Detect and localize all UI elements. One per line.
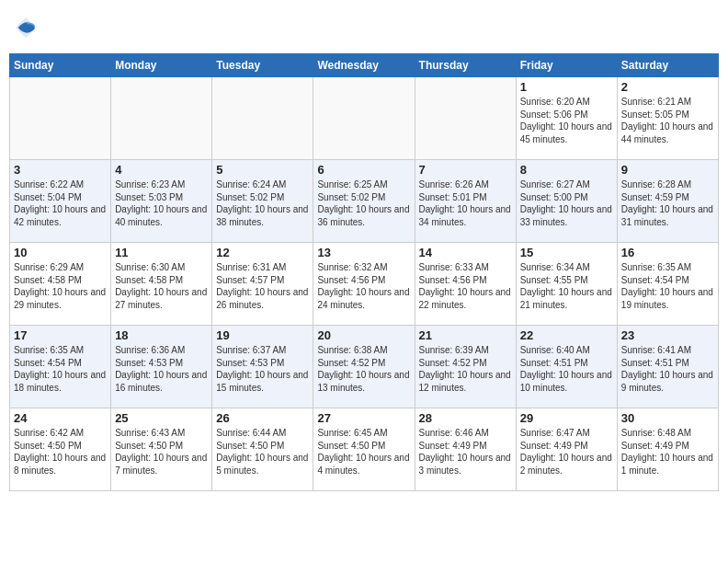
calendar-cell	[10, 77, 111, 160]
day-info: Sunrise: 6:39 AM Sunset: 4:52 PM Dayligh…	[419, 344, 512, 394]
calendar-cell: 14Sunrise: 6:33 AM Sunset: 4:56 PM Dayli…	[415, 243, 516, 326]
day-number: 23	[621, 328, 714, 342]
calendar-cell: 21Sunrise: 6:39 AM Sunset: 4:52 PM Dayli…	[415, 326, 516, 408]
calendar-cell: 26Sunrise: 6:44 AM Sunset: 4:50 PM Dayli…	[212, 408, 313, 491]
day-info: Sunrise: 6:46 AM Sunset: 4:49 PM Dayligh…	[419, 427, 512, 477]
calendar-cell: 27Sunrise: 6:45 AM Sunset: 4:50 PM Dayli…	[313, 408, 415, 491]
day-number: 6	[317, 163, 410, 177]
day-info: Sunrise: 6:24 AM Sunset: 5:02 PM Dayligh…	[216, 178, 309, 228]
calendar-row-2: 3Sunrise: 6:22 AM Sunset: 5:04 PM Daylig…	[10, 160, 719, 243]
weekday-header-sunday: Sunday	[10, 54, 111, 77]
calendar-cell: 30Sunrise: 6:48 AM Sunset: 4:49 PM Dayli…	[617, 408, 718, 491]
day-info: Sunrise: 6:45 AM Sunset: 4:50 PM Dayligh…	[317, 427, 410, 477]
calendar-row-5: 24Sunrise: 6:42 AM Sunset: 4:50 PM Dayli…	[10, 408, 719, 491]
calendar-cell: 18Sunrise: 6:36 AM Sunset: 4:53 PM Dayli…	[111, 326, 212, 408]
day-number: 12	[216, 246, 309, 259]
calendar-cell	[212, 77, 313, 160]
calendar-cell: 5Sunrise: 6:24 AM Sunset: 5:02 PM Daylig…	[212, 160, 313, 243]
day-info: Sunrise: 6:28 AM Sunset: 4:59 PM Dayligh…	[621, 178, 714, 228]
calendar-cell: 12Sunrise: 6:31 AM Sunset: 4:57 PM Dayli…	[212, 243, 313, 326]
day-number: 2	[621, 80, 714, 94]
day-info: Sunrise: 6:23 AM Sunset: 5:03 PM Dayligh…	[115, 178, 208, 228]
logo-icon	[13, 15, 39, 40]
day-number: 25	[115, 411, 208, 425]
day-info: Sunrise: 6:35 AM Sunset: 4:54 PM Dayligh…	[14, 344, 107, 394]
day-info: Sunrise: 6:37 AM Sunset: 4:53 PM Dayligh…	[216, 344, 309, 394]
day-number: 15	[520, 246, 613, 259]
calendar-cell: 15Sunrise: 6:34 AM Sunset: 4:55 PM Dayli…	[516, 243, 617, 326]
day-number: 22	[520, 328, 613, 342]
day-number: 1	[520, 80, 613, 94]
calendar-cell	[313, 77, 415, 160]
day-number: 24	[14, 411, 107, 425]
day-info: Sunrise: 6:22 AM Sunset: 5:04 PM Dayligh…	[14, 178, 107, 228]
weekday-header-wednesday: Wednesday	[313, 54, 415, 77]
calendar-cell: 6Sunrise: 6:25 AM Sunset: 5:02 PM Daylig…	[313, 160, 415, 243]
calendar-cell: 28Sunrise: 6:46 AM Sunset: 4:49 PM Dayli…	[415, 408, 516, 491]
calendar-cell: 16Sunrise: 6:35 AM Sunset: 4:54 PM Dayli…	[617, 243, 718, 326]
calendar-cell: 19Sunrise: 6:37 AM Sunset: 4:53 PM Dayli…	[212, 326, 313, 408]
weekday-header-friday: Friday	[516, 54, 617, 77]
day-info: Sunrise: 6:40 AM Sunset: 4:51 PM Dayligh…	[520, 344, 613, 394]
day-number: 29	[520, 411, 613, 425]
day-info: Sunrise: 6:38 AM Sunset: 4:52 PM Dayligh…	[317, 344, 410, 394]
calendar-cell: 3Sunrise: 6:22 AM Sunset: 5:04 PM Daylig…	[10, 160, 111, 243]
weekday-header-row: SundayMondayTuesdayWednesdayThursdayFrid…	[10, 54, 719, 77]
day-info: Sunrise: 6:25 AM Sunset: 5:02 PM Dayligh…	[317, 178, 410, 228]
calendar-row-1: 1Sunrise: 6:20 AM Sunset: 5:06 PM Daylig…	[10, 77, 719, 160]
day-info: Sunrise: 6:47 AM Sunset: 4:49 PM Dayligh…	[520, 427, 613, 477]
day-info: Sunrise: 6:44 AM Sunset: 4:50 PM Dayligh…	[216, 427, 309, 477]
day-number: 5	[216, 163, 309, 177]
calendar-cell: 9Sunrise: 6:28 AM Sunset: 4:59 PM Daylig…	[617, 160, 718, 243]
calendar-cell	[415, 77, 516, 160]
day-number: 13	[317, 246, 410, 259]
calendar-row-3: 10Sunrise: 6:29 AM Sunset: 4:58 PM Dayli…	[10, 243, 719, 326]
day-number: 21	[419, 328, 512, 342]
calendar-cell: 23Sunrise: 6:41 AM Sunset: 4:51 PM Dayli…	[617, 326, 718, 408]
day-number: 16	[621, 246, 714, 259]
day-info: Sunrise: 6:27 AM Sunset: 5:00 PM Dayligh…	[520, 178, 613, 228]
logo	[13, 15, 42, 40]
day-info: Sunrise: 6:29 AM Sunset: 4:58 PM Dayligh…	[14, 261, 107, 311]
calendar-cell: 8Sunrise: 6:27 AM Sunset: 5:00 PM Daylig…	[516, 160, 617, 243]
day-number: 30	[621, 411, 714, 425]
calendar-cell: 20Sunrise: 6:38 AM Sunset: 4:52 PM Dayli…	[313, 326, 415, 408]
day-number: 18	[115, 328, 208, 342]
page-header	[9, 9, 719, 46]
day-number: 10	[14, 246, 107, 259]
day-info: Sunrise: 6:48 AM Sunset: 4:49 PM Dayligh…	[621, 427, 714, 477]
calendar-cell: 7Sunrise: 6:26 AM Sunset: 5:01 PM Daylig…	[415, 160, 516, 243]
day-number: 17	[14, 328, 107, 342]
calendar-cell: 13Sunrise: 6:32 AM Sunset: 4:56 PM Dayli…	[313, 243, 415, 326]
day-number: 27	[317, 411, 410, 425]
day-number: 9	[621, 163, 714, 177]
day-info: Sunrise: 6:33 AM Sunset: 4:56 PM Dayligh…	[419, 261, 512, 311]
calendar-table: SundayMondayTuesdayWednesdayThursdayFrid…	[9, 53, 719, 491]
day-info: Sunrise: 6:20 AM Sunset: 5:06 PM Dayligh…	[520, 96, 613, 145]
day-info: Sunrise: 6:34 AM Sunset: 4:55 PM Dayligh…	[520, 261, 613, 311]
day-info: Sunrise: 6:31 AM Sunset: 4:57 PM Dayligh…	[216, 261, 309, 311]
calendar-cell: 25Sunrise: 6:43 AM Sunset: 4:50 PM Dayli…	[111, 408, 212, 491]
day-info: Sunrise: 6:43 AM Sunset: 4:50 PM Dayligh…	[115, 427, 208, 477]
day-info: Sunrise: 6:30 AM Sunset: 4:58 PM Dayligh…	[115, 261, 208, 311]
calendar-cell: 4Sunrise: 6:23 AM Sunset: 5:03 PM Daylig…	[111, 160, 212, 243]
day-number: 14	[419, 246, 512, 259]
day-number: 3	[14, 163, 107, 177]
day-info: Sunrise: 6:41 AM Sunset: 4:51 PM Dayligh…	[621, 344, 714, 394]
day-number: 4	[115, 163, 208, 177]
calendar-cell: 22Sunrise: 6:40 AM Sunset: 4:51 PM Dayli…	[516, 326, 617, 408]
calendar-cell: 2Sunrise: 6:21 AM Sunset: 5:05 PM Daylig…	[617, 77, 718, 160]
day-info: Sunrise: 6:36 AM Sunset: 4:53 PM Dayligh…	[115, 344, 208, 394]
calendar-cell: 10Sunrise: 6:29 AM Sunset: 4:58 PM Dayli…	[10, 243, 111, 326]
day-number: 8	[520, 163, 613, 177]
calendar-row-4: 17Sunrise: 6:35 AM Sunset: 4:54 PM Dayli…	[10, 326, 719, 408]
day-info: Sunrise: 6:35 AM Sunset: 4:54 PM Dayligh…	[621, 261, 714, 311]
day-info: Sunrise: 6:21 AM Sunset: 5:05 PM Dayligh…	[621, 96, 714, 145]
day-number: 7	[419, 163, 512, 177]
day-number: 20	[317, 328, 410, 342]
day-number: 28	[419, 411, 512, 425]
calendar-cell: 24Sunrise: 6:42 AM Sunset: 4:50 PM Dayli…	[10, 408, 111, 491]
calendar-cell: 11Sunrise: 6:30 AM Sunset: 4:58 PM Dayli…	[111, 243, 212, 326]
day-number: 26	[216, 411, 309, 425]
day-number: 11	[115, 246, 208, 259]
